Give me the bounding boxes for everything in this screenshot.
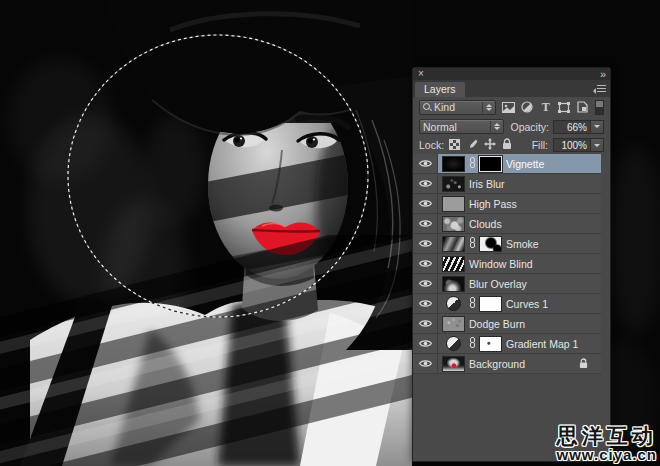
layer-row-main[interactable]: Clouds xyxy=(438,214,601,233)
layer-row-main[interactable]: Gradient Map 1 xyxy=(438,334,601,353)
layer-row-main[interactable]: Smoke xyxy=(438,234,601,253)
layer-row-main[interactable]: Window Blind xyxy=(438,254,601,273)
layer-name[interactable]: Blur Overlay xyxy=(469,278,527,290)
filter-on-off-toggle[interactable] xyxy=(595,100,604,115)
filter-adjustment-layers-icon[interactable] xyxy=(521,101,534,114)
mask-link-icon[interactable] xyxy=(469,337,475,350)
lock-pixels-brush-icon[interactable] xyxy=(466,138,478,152)
layer-row-curves-1[interactable]: Curves 1 xyxy=(413,294,601,314)
layer-thumbnail[interactable] xyxy=(442,256,465,272)
eye-icon[interactable] xyxy=(419,179,432,188)
layer-row-clouds[interactable]: Clouds xyxy=(413,214,601,234)
opacity-dropdown-icon[interactable] xyxy=(590,120,604,134)
layer-mask-thumbnail[interactable] xyxy=(479,296,502,312)
opacity-field[interactable]: 66% xyxy=(553,120,604,134)
layer-thumbnail[interactable] xyxy=(442,196,465,212)
close-icon[interactable]: × xyxy=(418,69,424,79)
eye-icon[interactable] xyxy=(419,199,432,208)
collapse-panel-icon[interactable]: » xyxy=(600,69,605,79)
layer-mask-thumbnail[interactable] xyxy=(479,336,502,352)
layer-row-background[interactable]: Background xyxy=(413,354,601,374)
panel-menu-icon[interactable] xyxy=(593,85,606,94)
layer-name[interactable]: Gradient Map 1 xyxy=(506,338,578,350)
visibility-cell[interactable] xyxy=(413,294,438,313)
adjustment-layer-icon[interactable] xyxy=(442,296,465,311)
layer-row-main[interactable]: Background xyxy=(438,354,601,373)
layer-row-vignette[interactable]: Vignette xyxy=(413,154,601,174)
layer-thumbnail[interactable] xyxy=(442,316,465,332)
layer-name[interactable]: High Pass xyxy=(469,198,517,210)
layer-row-main[interactable]: Vignette xyxy=(438,154,601,173)
layer-row-iris-blur[interactable]: Iris Blur xyxy=(413,174,601,194)
photoshop-workspace: × » Layers Kind T xyxy=(0,0,660,466)
filter-shape-layers-icon[interactable] xyxy=(558,101,571,114)
fill-value[interactable]: 100% xyxy=(553,138,590,152)
layer-row-blur-overlay[interactable]: Blur Overlay xyxy=(413,274,601,294)
layer-thumbnail[interactable] xyxy=(442,176,465,192)
panel-tab-row: Layers xyxy=(413,80,610,97)
layer-name[interactable]: Vignette xyxy=(506,158,544,170)
layer-row-gradient-map-1[interactable]: Gradient Map 1 xyxy=(413,334,601,354)
lock-transparency-icon[interactable] xyxy=(449,139,460,152)
layer-row-dodge-burn[interactable]: Dodge Burn xyxy=(413,314,601,334)
eye-icon[interactable] xyxy=(419,259,432,268)
eye-icon[interactable] xyxy=(419,299,432,308)
opacity-value[interactable]: 66% xyxy=(553,120,590,134)
visibility-cell[interactable] xyxy=(413,314,438,333)
visibility-cell[interactable] xyxy=(413,254,438,273)
layer-name[interactable]: Dodge Burn xyxy=(469,318,525,330)
visibility-cell[interactable] xyxy=(413,334,438,353)
fill-label: Fill: xyxy=(532,139,548,151)
fill-field[interactable]: 100% xyxy=(553,138,604,152)
layer-row-main[interactable]: Blur Overlay xyxy=(438,274,601,293)
layer-thumbnail[interactable] xyxy=(442,356,465,372)
layer-thumbnail[interactable] xyxy=(442,216,465,232)
layer-name[interactable]: Clouds xyxy=(469,218,502,230)
mask-link-icon[interactable] xyxy=(469,157,475,170)
eye-icon[interactable] xyxy=(419,159,432,168)
eye-icon[interactable] xyxy=(419,319,432,328)
adjustment-layer-icon[interactable] xyxy=(442,336,465,351)
layer-mask-thumbnail[interactable] xyxy=(479,236,502,252)
layer-row-window-blind[interactable]: Window Blind xyxy=(413,254,601,274)
visibility-cell[interactable] xyxy=(413,274,438,293)
layer-row-smoke[interactable]: Smoke xyxy=(413,234,601,254)
visibility-cell[interactable] xyxy=(413,194,438,213)
layer-name[interactable]: Curves 1 xyxy=(506,298,548,310)
layer-row-high-pass[interactable]: High Pass xyxy=(413,194,601,214)
layer-row-main[interactable]: Dodge Burn xyxy=(438,314,601,333)
lock-all-icon[interactable] xyxy=(502,138,512,152)
visibility-cell[interactable] xyxy=(413,154,438,173)
layer-row-main[interactable]: High Pass xyxy=(438,194,601,213)
mask-link-icon[interactable] xyxy=(469,237,475,250)
layer-thumbnail[interactable] xyxy=(442,156,465,172)
filter-kind-dropdown[interactable]: Kind xyxy=(419,100,496,115)
filter-type-layers-icon[interactable]: T xyxy=(539,101,552,114)
layer-row-main[interactable]: Iris Blur xyxy=(438,174,601,193)
lock-position-move-icon[interactable] xyxy=(484,138,496,152)
mask-link-icon[interactable] xyxy=(469,297,475,310)
lock-label: Lock: xyxy=(419,139,444,151)
layer-thumbnail[interactable] xyxy=(442,236,465,252)
layer-name[interactable]: Background xyxy=(469,358,525,370)
layer-name[interactable]: Window Blind xyxy=(469,258,533,270)
fill-dropdown-icon[interactable] xyxy=(590,138,604,152)
eye-icon[interactable] xyxy=(419,279,432,288)
eye-icon[interactable] xyxy=(419,239,432,248)
layer-mask-thumbnail[interactable] xyxy=(479,156,502,172)
eye-icon[interactable] xyxy=(419,359,432,368)
tab-layers[interactable]: Layers xyxy=(415,82,465,97)
layer-name[interactable]: Smoke xyxy=(506,238,539,250)
blend-mode-dropdown[interactable]: Normal xyxy=(419,119,504,134)
visibility-cell[interactable] xyxy=(413,354,438,373)
layer-thumbnail[interactable] xyxy=(442,276,465,292)
visibility-cell[interactable] xyxy=(413,234,438,253)
visibility-cell[interactable] xyxy=(413,174,438,193)
eye-icon[interactable] xyxy=(419,219,432,228)
layer-name[interactable]: Iris Blur xyxy=(469,178,505,190)
layer-row-main[interactable]: Curves 1 xyxy=(438,294,601,313)
filter-pixel-layers-icon[interactable] xyxy=(502,101,515,114)
eye-icon[interactable] xyxy=(419,339,432,348)
visibility-cell[interactable] xyxy=(413,214,438,233)
filter-smart-object-icon[interactable] xyxy=(577,101,590,114)
